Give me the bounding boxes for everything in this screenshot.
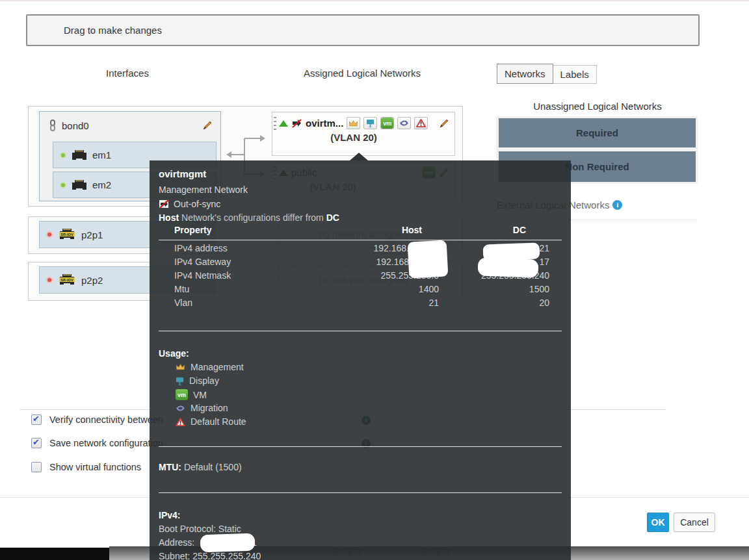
mtu-label: MTU: [159, 462, 181, 472]
ovirtmgmt-name: ovirtm... [306, 118, 343, 129]
usage-vm-icon: vm [380, 117, 394, 129]
host-cell: 21 [295, 298, 439, 308]
dc-cell: 20 [439, 298, 549, 308]
diff-host-word: Host [159, 212, 179, 223]
top-strip [0, 0, 749, 1]
assigned-networks-heading: Assigned Logical Networks [284, 68, 440, 79]
management-crown-icon [176, 363, 185, 371]
default-route-warning-icon [176, 418, 185, 426]
usage-label: Default Route [191, 416, 246, 427]
col-dc: DC [439, 225, 549, 235]
verify-connectivity-checkbox[interactable] [31, 414, 42, 425]
em1-nic-icon [71, 149, 88, 161]
usage-heading: Usage: [159, 348, 189, 359]
usage-migration-icon [397, 117, 411, 129]
em2-status-up-icon [60, 182, 66, 188]
cancel-button[interactable]: Cancel [674, 513, 715, 532]
network-up-triangle-icon [279, 120, 288, 127]
host-cell: 1400 [295, 284, 439, 294]
out-of-sync-label: Out-of-sync [174, 199, 220, 209]
interfaces-heading: Interfaces [75, 68, 179, 79]
out-of-sync-icon [159, 199, 170, 209]
p2p1-label: p2p1 [81, 229, 103, 240]
usage-item-default-route: Default Route [176, 416, 246, 427]
bond0-edit-pencil-icon[interactable] [202, 120, 213, 131]
tab-labels[interactable]: Labels [553, 65, 597, 84]
drag-hint-text: Drag to make changes [64, 25, 162, 36]
redaction-blob [408, 240, 449, 278]
tooltip-arrow [350, 153, 368, 160]
redaction-blob [478, 257, 539, 277]
usage-management-crown-icon [347, 117, 360, 129]
required-networks-bar[interactable]: Required [499, 118, 696, 147]
table-row-vlan: Vlan 21 20 [159, 298, 562, 308]
em2-nic-icon [71, 179, 88, 191]
tooltip-table-header: Property Host DC [159, 225, 562, 235]
subnet-line: Subnet: 255.255.255.240 [159, 551, 261, 560]
property-cell: IPv4 Netmask [159, 270, 295, 281]
tooltip-network-name: ovirtmgmt [159, 168, 206, 179]
property-cell: Mtu [159, 284, 295, 294]
ovirtmgmt-edit-pencil-icon[interactable] [439, 118, 449, 129]
host-cell: 192.168 [376, 257, 409, 267]
dc-cell: 1500 [439, 284, 549, 294]
mtu-value: Default (1500) [181, 462, 242, 472]
p2p2-status-down-icon [46, 277, 53, 283]
display-icon [176, 377, 184, 385]
usage-label: Migration [191, 403, 228, 413]
vm-icon: vm [176, 389, 188, 400]
ovirtmgmt-row: ovirtm... vm [272, 112, 454, 129]
diff-dc-word: DC [326, 212, 339, 223]
boot-protocol-line: Boot Protocol: Static [159, 524, 241, 534]
p2p1-sriov-nic-icon: SR-IOV [57, 228, 77, 241]
save-network-config-checkbox[interactable] [31, 438, 42, 448]
svg-text:SR-IOV: SR-IOV [60, 278, 73, 282]
migration-icon [176, 403, 185, 413]
p2p1-status-down-icon [46, 231, 53, 238]
save-network-config-label: Save network configuration [49, 438, 163, 448]
ipv4-heading: IPv4: [159, 510, 180, 520]
network-details-tooltip: ovirtmgmt Management Network Out-of-sync… [150, 160, 571, 560]
tooltip-separator [159, 492, 562, 493]
network-ovirtmgmt-box[interactable]: ovirtm... vm [272, 112, 455, 156]
ok-button[interactable]: OK [647, 513, 669, 532]
em2-label: em2 [92, 179, 111, 190]
usage-default-route-icon [414, 117, 428, 129]
col-host: Host [295, 225, 439, 235]
out-of-sync-icon [291, 118, 302, 129]
col-property: Property [159, 225, 295, 235]
host-cell: 192.168. [374, 243, 410, 253]
property-cell: Vlan [159, 298, 295, 308]
property-cell: IPv4 Gateway [159, 257, 295, 267]
usage-label: Management [191, 362, 244, 372]
bond0-label: bond0 [62, 120, 89, 131]
tooltip-separator [159, 331, 562, 331]
redaction-blob [200, 533, 256, 553]
save-network-config-row: Save network configuration [31, 438, 163, 448]
drag-grip-icon [274, 117, 276, 131]
usage-item-management: Management [176, 362, 244, 372]
svg-text:SR-IOV: SR-IOV [60, 233, 73, 236]
bond-chain-icon [47, 120, 58, 131]
tab-networks[interactable]: Networks [497, 64, 553, 84]
external-networks-info-icon[interactable]: i [612, 200, 622, 210]
em1-label: em1 [92, 149, 111, 160]
verify-connectivity-row: Verify connectivity between [31, 414, 163, 425]
usage-item-migration: Migration [176, 403, 228, 413]
ovirtmgmt-vlan-label: (VLAN 20) [311, 132, 396, 143]
verify-connectivity-label: Verify connectivity between [49, 414, 163, 425]
table-header-underline [159, 240, 562, 240]
em1-status-up-icon [60, 152, 66, 159]
unassigned-networks-title: Unassigned Logical Networks [506, 101, 689, 112]
vm-badge-text: vm [381, 118, 393, 129]
usage-item-display: Display [176, 375, 219, 386]
tooltip-network-role: Management Network [159, 185, 248, 195]
setup-host-networks-dialog: Drag to make changes Interfaces Assigned… [0, 0, 749, 560]
show-virtual-functions-row: Show virtual functions [31, 462, 141, 472]
usage-item-vm: vm VM [176, 389, 207, 400]
tooltip-sync-row: Out-of-sync [159, 199, 220, 209]
property-cell: IPv4 address [159, 243, 295, 253]
show-virtual-functions-checkbox[interactable] [31, 462, 42, 472]
mtu-line: MTU: Default (1500) [159, 462, 242, 472]
usage-label: VM [193, 390, 207, 400]
